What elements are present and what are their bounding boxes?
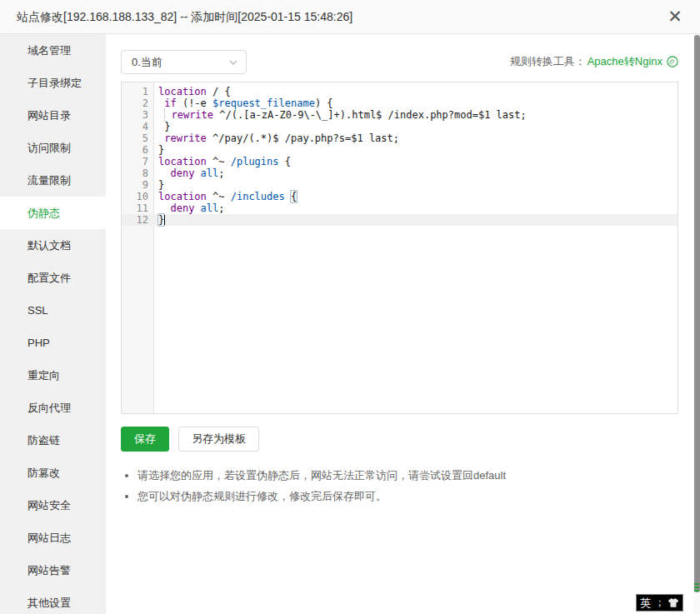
close-icon[interactable]: ✕: [662, 4, 688, 29]
line-content: location ^~ /plugins {: [154, 156, 291, 167]
code-line-12: 12}: [122, 214, 678, 226]
line-number: 7: [122, 156, 154, 167]
apache-to-nginx-link[interactable]: Apache转Nginx: [588, 54, 662, 69]
ime-status-bar[interactable]: 英 ；: [636, 594, 683, 612]
scrollbar-track[interactable]: [693, 34, 700, 614]
line-content: rewrite ^/pay/(.*)$ /pay.php?s=$1 last;: [154, 132, 399, 144]
sidebar-item-access-limit[interactable]: 访问限制: [0, 132, 106, 164]
sidebar-item-site-dir[interactable]: 网站目录: [0, 99, 106, 132]
line-number: 11: [122, 202, 154, 214]
line-number: 9: [122, 179, 154, 191]
paperclip-icon: [667, 56, 678, 67]
code-line-11: 11 deny all;: [122, 202, 678, 214]
line-content: }: [154, 121, 170, 132]
line-content: rewrite ^/(.[a-zA-Z0-9\-\_]+).html$ /ind…: [154, 109, 527, 121]
scrollbar-thumb[interactable]: [694, 35, 700, 592]
rewrite-template-select-value: 0.当前: [132, 56, 162, 68]
sidebar-item-anti-tamper[interactable]: 防篡改: [0, 457, 106, 489]
rewrite-panel: 0.当前 规则转换工具： Apache转Nginx 1location / {2…: [106, 34, 700, 614]
line-number: 10: [122, 191, 154, 202]
sidebar-item-redirect[interactable]: 重定向: [0, 359, 106, 392]
line-number: 2: [122, 97, 154, 109]
code-line-2: 2 if (!-e $request_filename) {: [122, 97, 678, 109]
line-number: 4: [122, 121, 154, 132]
code-line-9: 9}: [122, 179, 678, 191]
line-number: 8: [122, 167, 154, 179]
line-number: 6: [122, 144, 154, 156]
line-content: }: [154, 214, 165, 226]
line-content: if (!-e $request_filename) {: [154, 97, 333, 109]
line-content: deny all;: [154, 202, 225, 214]
action-buttons: 保存 另存为模板: [121, 427, 259, 452]
line-number: 1: [122, 86, 154, 97]
scrollbar-find-marks: [694, 583, 699, 593]
save-as-template-button[interactable]: 另存为模板: [178, 427, 259, 452]
line-content: }: [154, 179, 164, 191]
sidebar-item-default-doc[interactable]: 默认文档: [0, 229, 106, 262]
sidebar-item-traffic-limit[interactable]: 流量限制: [0, 164, 106, 197]
sidebar-item-subdir[interactable]: 子目录绑定: [0, 67, 106, 99]
sidebar-item-site-logs[interactable]: 网站日志: [0, 522, 106, 554]
editor-lines: 1location / {2 if (!-e $request_filename…: [122, 86, 678, 226]
code-line-7: 7location ^~ /plugins {: [122, 156, 678, 167]
rule-converter: 规则转换工具： Apache转Nginx: [510, 54, 678, 69]
code-line-6: 6}: [122, 144, 678, 156]
line-number: 5: [122, 132, 154, 144]
line-number: 3: [122, 109, 154, 121]
save-button[interactable]: 保存: [121, 427, 169, 452]
ime-skin-shirt-icon: [668, 597, 679, 608]
sidebar-item-config-file[interactable]: 配置文件: [0, 262, 106, 294]
sidebar-item-php[interactable]: PHP: [0, 327, 106, 359]
text-cursor: [164, 215, 165, 225]
sidebar-item-site-alert[interactable]: 网站告警: [0, 554, 106, 587]
ime-punctuation-indicator: ；: [655, 595, 664, 611]
help-note: 请选择您的应用，若设置伪静态后，网站无法正常访问，请尝试设置回default: [138, 465, 506, 486]
sidebar-item-ssl[interactable]: SSL: [0, 294, 106, 327]
chevron-down-icon: [229, 60, 238, 65]
sidebar-item-domain[interactable]: 域名管理: [0, 34, 106, 67]
line-content: location ^~ /includes {: [154, 191, 297, 202]
sidebar-item-rewrite[interactable]: 伪静态: [0, 197, 106, 229]
code-line-10: 10location ^~ /includes {: [122, 191, 678, 202]
rewrite-template-select[interactable]: 0.当前: [121, 50, 247, 74]
rewrite-code-editor[interactable]: 1location / {2 if (!-e $request_filename…: [121, 82, 678, 414]
line-number: 12: [122, 214, 154, 226]
code-line-5: 5 rewrite ^/pay/(.*)$ /pay.php?s=$1 last…: [122, 132, 678, 144]
code-line-4: 4 }: [122, 121, 678, 132]
help-notes: 请选择您的应用，若设置伪静态后，网站无法正常访问，请尝试设置回default您可…: [138, 465, 506, 507]
ime-language-indicator: 英: [640, 595, 651, 611]
sidebar-item-hotlink[interactable]: 防盗链: [0, 424, 106, 457]
help-note: 您可以对伪静态规则进行修改，修改完后保存即可。: [138, 486, 506, 507]
code-line-3: 3 rewrite ^/(.[a-zA-Z0-9\-\_]+).html$ /i…: [122, 109, 678, 121]
line-content: }: [154, 144, 164, 156]
code-line-1: 1location / {: [122, 86, 678, 97]
dialog-header: 站点修改[192.168.188.133_82] -- 添加时间[2025-01…: [0, 0, 700, 34]
rule-converter-label: 规则转换工具：: [510, 54, 586, 69]
sidebar-item-other-settings[interactable]: 其他设置: [0, 587, 106, 614]
sidebar: 域名管理子目录绑定网站目录访问限制流量限制伪静态默认文档配置文件SSLPHP重定…: [0, 34, 106, 614]
dialog-title: 站点修改[192.168.188.133_82] -- 添加时间[2025-01…: [17, 0, 352, 33]
sidebar-item-reverse-proxy[interactable]: 反向代理: [0, 392, 106, 424]
line-content: location / {: [154, 86, 231, 97]
code-line-8: 8 deny all;: [122, 167, 678, 179]
sidebar-item-site-security[interactable]: 网站安全: [0, 489, 106, 522]
line-content: deny all;: [154, 167, 225, 179]
